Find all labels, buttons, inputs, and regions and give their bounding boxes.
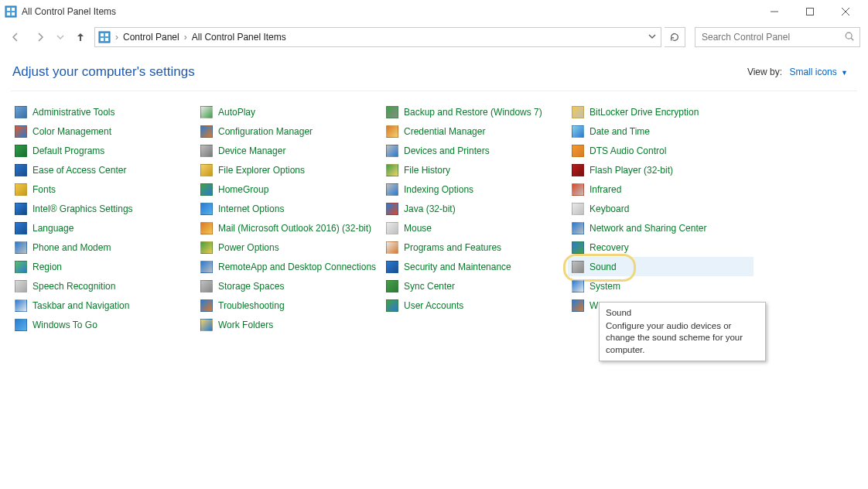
control-panel-item[interactable]: Configuration Manager: [196, 121, 382, 141]
refresh-button[interactable]: [665, 27, 685, 47]
back-button[interactable]: [5, 26, 26, 48]
search-input[interactable]: [700, 31, 844, 43]
mail-icon: [200, 221, 214, 235]
control-panel-item[interactable]: DTS Audio Control: [568, 141, 754, 160]
control-panel-item[interactable]: AutoPlay: [196, 102, 382, 121]
item-label: Region: [32, 262, 62, 272]
control-panel-item[interactable]: Troubleshooting: [196, 296, 382, 315]
breadcrumb-current[interactable]: All Control Panel Items: [192, 32, 286, 43]
control-panel-item[interactable]: Security and Maintenance: [382, 257, 568, 276]
control-panel-item[interactable]: Programs and Features: [382, 238, 568, 257]
control-panel-item[interactable]: BitLocker Drive Encryption: [568, 102, 754, 121]
breadcrumb-root[interactable]: Control Panel: [123, 32, 179, 43]
date-time-icon: [571, 125, 585, 138]
control-panel-item[interactable]: Fonts: [11, 180, 196, 199]
control-panel-item[interactable]: Region: [11, 257, 196, 276]
item-label: Ease of Access Center: [32, 165, 126, 176]
tooltip-body: Configure your audio devices or change t…: [606, 321, 743, 354]
control-panel-item[interactable]: File History: [382, 160, 568, 180]
internet-options-icon: [200, 202, 214, 216]
item-label: Programs and Features: [404, 242, 501, 253]
control-panel-item[interactable]: Default Programs: [11, 141, 196, 160]
control-panel-item[interactable]: Sync Center: [382, 276, 568, 296]
control-panel-item[interactable]: Indexing Options: [382, 180, 568, 199]
control-panel-item[interactable]: Credential Manager: [382, 121, 568, 141]
control-panel-item[interactable]: Speech Recognition: [11, 276, 196, 296]
backup-icon: [385, 105, 399, 119]
window-title: All Control Panel Items: [22, 6, 757, 17]
item-label: Device Manager: [218, 145, 285, 156]
address-bar[interactable]: › Control Panel › All Control Panel Item…: [94, 27, 661, 47]
item-label: Devices and Printers: [404, 145, 490, 156]
fonts-icon: [14, 183, 28, 197]
item-label: System: [589, 281, 620, 292]
item-label: Sound: [589, 262, 617, 272]
item-label: File Explorer Options: [218, 165, 305, 176]
up-button[interactable]: [70, 26, 91, 48]
control-panel-item[interactable]: Recovery: [568, 238, 754, 257]
control-panel-item[interactable]: Phone and Modem: [11, 238, 196, 257]
chevron-right-icon[interactable]: ›: [184, 32, 187, 43]
view-by-dropdown[interactable]: Small icons ▼: [789, 67, 848, 77]
control-panel-item[interactable]: Devices and Printers: [382, 141, 568, 160]
control-panel-item[interactable]: Flash Player (32-bit): [568, 160, 754, 180]
color-mgmt-icon: [14, 125, 28, 138]
infrared-icon: [571, 183, 585, 197]
file-history-icon: [385, 163, 399, 177]
control-panel-item[interactable]: Keyboard: [568, 199, 754, 218]
address-dropdown-button[interactable]: [648, 32, 658, 43]
control-panel-item[interactable]: Work Folders: [196, 315, 382, 334]
control-panel-item[interactable]: Intel® Graphics Settings: [11, 199, 196, 218]
control-panel-item[interactable]: System: [568, 276, 754, 296]
control-panel-item[interactable]: Taskbar and Navigation: [11, 296, 196, 315]
control-panel-item[interactable]: Power Options: [196, 238, 382, 257]
item-label: Intel® Graphics Settings: [32, 203, 133, 214]
control-panel-item[interactable]: Windows To Go: [11, 315, 196, 334]
item-label: Storage Spaces: [218, 281, 284, 292]
java-icon: [385, 202, 399, 216]
item-label: Keyboard: [589, 203, 629, 214]
control-panel-item[interactable]: Device Manager: [196, 141, 382, 160]
control-panel-icon: [5, 5, 17, 18]
view-by-label: View by:: [747, 67, 782, 77]
control-panel-item[interactable]: Network and Sharing Center: [568, 218, 754, 238]
control-panel-item[interactable]: User Accounts: [382, 296, 568, 315]
control-panel-item[interactable]: Ease of Access Center: [11, 160, 196, 180]
control-panel-item[interactable]: Date and Time: [568, 121, 754, 141]
control-panel-item[interactable]: File Explorer Options: [196, 160, 382, 180]
svg-rect-6: [807, 9, 814, 15]
control-panel-item[interactable]: Backup and Restore (Windows 7): [382, 102, 568, 121]
chevron-right-icon[interactable]: ›: [115, 32, 118, 43]
search-box[interactable]: [695, 27, 860, 47]
recent-locations-button[interactable]: [54, 26, 67, 48]
svg-rect-4: [12, 12, 15, 15]
svg-line-15: [851, 38, 853, 40]
control-panel-item[interactable]: Storage Spaces: [196, 276, 382, 296]
control-panel-item[interactable]: Infrared: [568, 180, 754, 199]
item-label: Color Management: [32, 126, 111, 137]
item-label: Windows To Go: [32, 320, 97, 330]
maximize-button[interactable]: [792, 0, 828, 23]
control-panel-item[interactable]: Mouse: [382, 218, 568, 238]
windows-to-go-icon: [14, 318, 28, 332]
control-panel-item[interactable]: RemoteApp and Desktop Connections: [196, 257, 382, 276]
control-panel-item[interactable]: Mail (Microsoft Outlook 2016) (32-bit): [196, 218, 382, 238]
item-label: Default Programs: [32, 145, 104, 156]
item-label: Security and Maintenance: [404, 262, 511, 272]
svg-rect-10: [101, 33, 104, 36]
control-panel-item[interactable]: Color Management: [11, 121, 196, 141]
forward-button[interactable]: [29, 26, 51, 48]
control-panel-item[interactable]: Java (32-bit): [382, 199, 568, 218]
tooltip-title: Sound: [606, 307, 759, 320]
items-column: Administrative ToolsColor ManagementDefa…: [11, 102, 196, 334]
control-panel-item[interactable]: Administrative Tools: [11, 102, 196, 121]
control-panel-item[interactable]: HomeGroup: [196, 180, 382, 199]
ease-access-icon: [14, 163, 28, 177]
control-panel-item[interactable]: Internet Options: [196, 199, 382, 218]
control-panel-item[interactable]: Language: [11, 218, 196, 238]
close-button[interactable]: [828, 0, 863, 23]
item-label: HomeGroup: [218, 184, 268, 195]
control-panel-item[interactable]: Sound: [568, 257, 754, 276]
keyboard-icon: [571, 202, 585, 216]
minimize-button[interactable]: [757, 0, 792, 23]
